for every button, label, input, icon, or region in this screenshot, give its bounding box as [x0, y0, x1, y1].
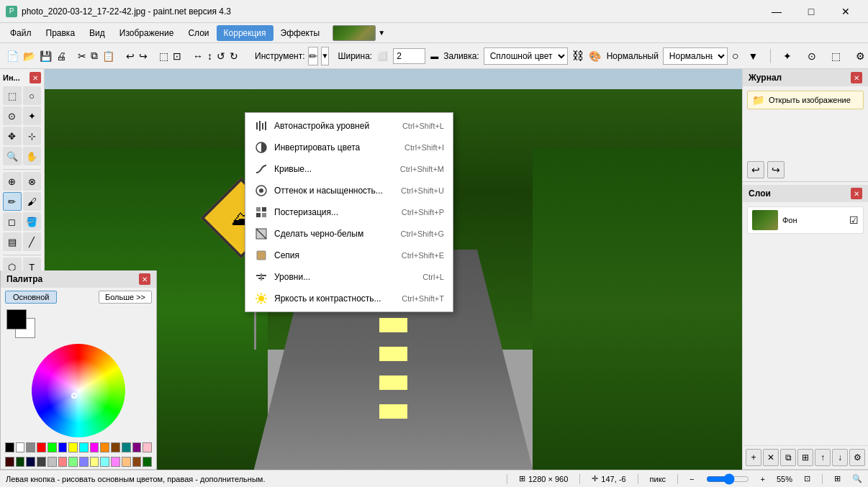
- swatch-brown[interactable]: [111, 442, 120, 452]
- rect-icon[interactable]: ⬚: [826, 46, 846, 66]
- swatch-light-blue[interactable]: [79, 457, 89, 467]
- magic-wand-icon[interactable]: ✦: [777, 46, 797, 66]
- 3d-move-tool[interactable]: ⊹: [23, 127, 42, 145]
- swatch-light-red[interactable]: [58, 457, 68, 467]
- rotate-l-button[interactable]: ↺: [216, 46, 226, 66]
- opacity-dropdown[interactable]: ▼: [743, 46, 764, 66]
- menu-correction[interactable]: Коррекция: [217, 25, 273, 41]
- swatch-dark-gray[interactable]: [37, 457, 46, 467]
- zoom-out-button[interactable]: −: [690, 475, 694, 483]
- swatch-light-magenta[interactable]: [111, 457, 120, 467]
- fill-tool[interactable]: 🪣: [23, 212, 42, 231]
- menu-effects[interactable]: Эффекты: [273, 25, 327, 41]
- swatch-magenta[interactable]: [90, 442, 99, 452]
- paintbrush-tool[interactable]: 🖌: [23, 192, 42, 211]
- flip-v-button[interactable]: ↕: [207, 46, 213, 66]
- current-tool-icon[interactable]: ✏: [308, 47, 318, 65]
- swatch-light-orange[interactable]: [122, 457, 131, 467]
- recolor-tool[interactable]: ⊗: [23, 172, 42, 191]
- layer-visible-checkbox[interactable]: ☑: [849, 214, 859, 226]
- print-button[interactable]: 🖨: [55, 46, 67, 66]
- zoom-slider[interactable]: [706, 473, 749, 485]
- gradient-tool[interactable]: ▤: [3, 232, 22, 251]
- palette-tab-main[interactable]: Основной: [5, 291, 57, 304]
- tab-dropdown-arrow[interactable]: ▼: [378, 29, 385, 37]
- save-button[interactable]: 💾: [39, 46, 53, 66]
- tools-panel-close-button[interactable]: ✕: [30, 72, 41, 83]
- menu-image[interactable]: Изображение: [112, 25, 181, 41]
- swatch-teal[interactable]: [122, 442, 131, 452]
- layer-item-bg[interactable]: Фон ☑: [747, 206, 864, 234]
- redo-button[interactable]: ↪: [138, 46, 148, 66]
- move-tool[interactable]: ✥: [3, 127, 22, 145]
- swatch-light-yellow[interactable]: [90, 457, 99, 467]
- new-button[interactable]: 📄: [6, 46, 19, 66]
- layers-close-button[interactable]: ✕: [851, 188, 862, 199]
- rotate-r-button[interactable]: ↻: [229, 46, 239, 66]
- delete-layer-button[interactable]: ✕: [763, 449, 779, 466]
- menu-layers[interactable]: Слои: [181, 25, 216, 41]
- swatch-dark-blue[interactable]: [26, 457, 35, 467]
- clone-tool[interactable]: ⊕: [3, 172, 22, 191]
- add-layer-button[interactable]: +: [746, 449, 761, 466]
- swatch-white[interactable]: [16, 442, 25, 452]
- menu-file[interactable]: Файл: [3, 25, 39, 41]
- pan-button[interactable]: 🔍: [852, 474, 862, 483]
- duplicate-layer-button[interactable]: ⧉: [780, 449, 796, 466]
- layer-down-button[interactable]: ↓: [832, 449, 848, 466]
- swatch-purple[interactable]: [132, 442, 142, 452]
- open-button[interactable]: 📂: [22, 46, 36, 66]
- swatch-saddle-brown[interactable]: [132, 457, 142, 467]
- connect-icon[interactable]: ⛓: [572, 50, 584, 63]
- menu-curves[interactable]: Кривые... Ctrl+Shift+M: [245, 158, 453, 180]
- swatch-orange[interactable]: [100, 442, 109, 452]
- line-tool[interactable]: ╱: [23, 232, 42, 251]
- opacity-icon[interactable]: ○: [732, 50, 739, 63]
- deselect-button[interactable]: ⬚: [158, 46, 169, 66]
- swatch-dark-red[interactable]: [5, 457, 14, 467]
- menu-levels[interactable]: Уровни... Ctrl+L: [245, 266, 453, 288]
- journal-close-button[interactable]: ✕: [851, 72, 862, 83]
- palette-close-button[interactable]: ✕: [139, 273, 150, 285]
- swatch-pink[interactable]: [143, 442, 152, 452]
- settings-icon[interactable]: ⚙: [851, 46, 868, 66]
- grid-button[interactable]: ⊞: [834, 474, 841, 483]
- swatch-forest-green[interactable]: [143, 457, 152, 467]
- color-icon[interactable]: 🎨: [588, 49, 602, 63]
- swatch-dark-green[interactable]: [16, 457, 25, 467]
- swatch-green[interactable]: [48, 442, 57, 452]
- cut-button[interactable]: ✂: [77, 46, 87, 66]
- menu-bw[interactable]: Сделать черно-белым Ctrl+Shift+G: [245, 223, 453, 245]
- swatch-light-cyan[interactable]: [100, 457, 109, 467]
- menu-invert[interactable]: Инвертировать цвета Ctrl+Shift+I: [245, 137, 453, 158]
- swatch-red[interactable]: [37, 442, 46, 452]
- foreground-color-swatch[interactable]: [6, 309, 27, 329]
- layer-up-button[interactable]: ↑: [815, 449, 831, 466]
- merge-layer-button[interactable]: ⊞: [797, 449, 813, 466]
- maximize-button[interactable]: □: [795, 0, 828, 23]
- lasso-tool[interactable]: ⊙: [3, 106, 22, 125]
- erase-tool[interactable]: ◻: [3, 212, 22, 231]
- hand-tool[interactable]: ✋: [23, 147, 42, 165]
- ellipse-select-tool[interactable]: ○: [23, 86, 42, 105]
- swatch-cyan[interactable]: [79, 442, 89, 452]
- swatch-gray[interactable]: [26, 442, 35, 452]
- tool-dropdown[interactable]: ▼: [321, 47, 330, 65]
- menu-brightness[interactable]: Яркость и контрастность... Ctrl+Shift+T: [245, 288, 453, 309]
- magic-wand-tool[interactable]: ✦: [23, 106, 42, 125]
- redo-button-journal[interactable]: ↪: [767, 161, 785, 178]
- tab-preview[interactable]: [333, 25, 376, 41]
- pencil-tool[interactable]: ✏: [3, 192, 22, 211]
- flip-h-button[interactable]: ↔: [192, 46, 204, 66]
- color-wheel[interactable]: [32, 344, 125, 437]
- lasso-icon[interactable]: ⊙: [802, 46, 822, 66]
- layer-props-button[interactable]: ⚙: [849, 449, 865, 466]
- menu-edit[interactable]: Правка: [39, 25, 83, 41]
- palette-more-button[interactable]: Больше >>: [99, 291, 152, 304]
- menu-view[interactable]: Вид: [82, 25, 112, 41]
- swatch-blue[interactable]: [58, 442, 68, 452]
- menu-hue-sat[interactable]: Оттенок и насыщенность... Ctrl+Shift+U: [245, 180, 453, 201]
- width-input[interactable]: [393, 48, 425, 64]
- rect-select-tool[interactable]: ⬚: [3, 86, 22, 105]
- swatch-light-gray[interactable]: [48, 457, 57, 467]
